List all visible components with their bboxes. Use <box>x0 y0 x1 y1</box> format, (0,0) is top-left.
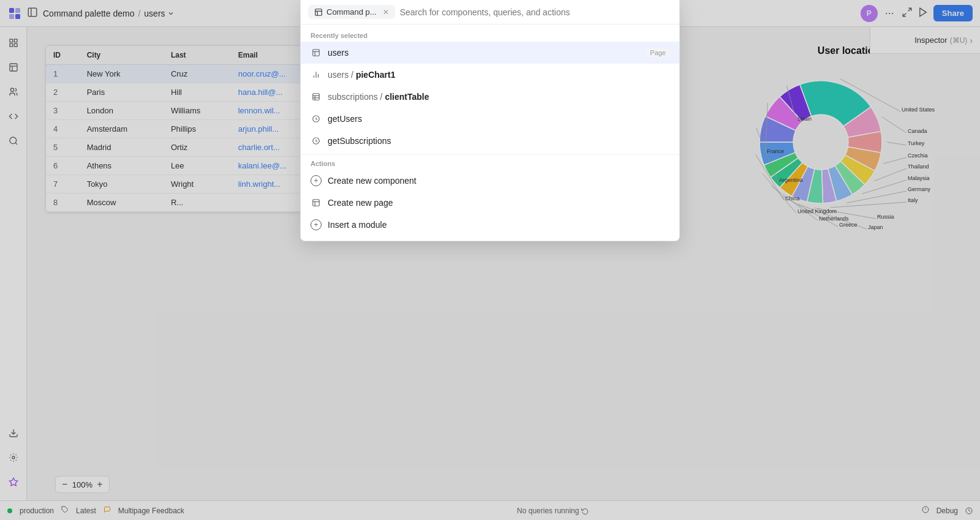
cp-item-label-users: users <box>328 48 640 58</box>
cp-item-getusers[interactable]: getUsers <box>301 108 679 130</box>
cp-search-input[interactable] <box>400 7 672 17</box>
cp-action-new-page[interactable]: Create new page <box>301 192 679 214</box>
cp-action-label-page: Create new page <box>328 198 669 208</box>
plus-icon-component: + <box>311 175 322 186</box>
chart-icon <box>311 69 322 80</box>
query-icon-getusers <box>311 113 322 124</box>
cp-tab-label: Command p... <box>326 7 377 17</box>
svg-rect-69 <box>313 94 320 100</box>
cp-tab-close[interactable]: ✕ <box>383 8 389 17</box>
svg-rect-63 <box>313 50 320 56</box>
svg-rect-60 <box>315 9 322 15</box>
cp-item-label-piechart: users / pieChart1 <box>328 70 669 80</box>
query-icon-getsubs <box>311 135 322 146</box>
cp-divider <box>301 154 679 155</box>
cp-item-badge-users: Page <box>646 48 669 57</box>
recently-selected-title: Recently selected <box>301 29 679 42</box>
cp-item-label-clienttable: subscriptions / clientTable <box>328 92 669 102</box>
cp-item-label-getusers: getUsers <box>328 114 669 124</box>
table-icon <box>311 91 322 102</box>
command-palette: Command p... ✕ Recently selected users P… <box>300 0 680 241</box>
cp-item-getsubscriptions[interactable]: getSubscriptions <box>301 130 679 152</box>
page-icon-new <box>311 197 322 208</box>
cp-item-users[interactable]: users Page <box>301 42 679 64</box>
actions-title: Actions <box>301 157 679 170</box>
overlay[interactable]: Command p... ✕ Recently selected users P… <box>0 0 980 520</box>
cp-action-label-component: Create new component <box>328 176 669 186</box>
cp-item-label-getsubscriptions: getSubscriptions <box>328 136 669 146</box>
cp-action-label-module: Insert a module <box>328 220 669 230</box>
cp-action-new-component[interactable]: + Create new component <box>301 170 679 192</box>
plus-icon-module: + <box>311 219 322 230</box>
page-icon <box>311 47 322 58</box>
cp-header: Command p... ✕ <box>301 0 679 24</box>
cp-action-insert-module[interactable]: + Insert a module <box>301 214 679 236</box>
cp-body: Recently selected users Page users / pie… <box>301 24 679 241</box>
cp-item-piechart[interactable]: users / pieChart1 <box>301 64 679 86</box>
cp-tab[interactable]: Command p... ✕ <box>308 5 395 19</box>
svg-rect-75 <box>313 200 320 206</box>
cp-item-clienttable[interactable]: subscriptions / clientTable <box>301 86 679 108</box>
